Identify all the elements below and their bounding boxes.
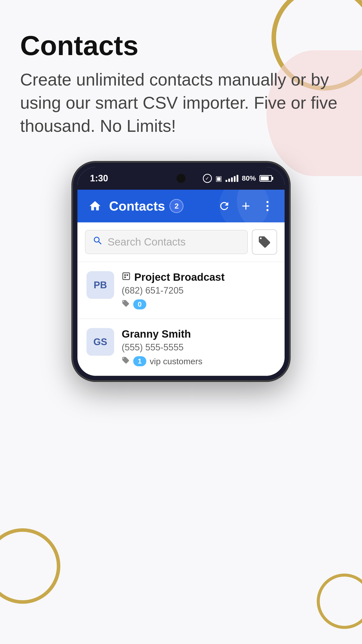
- bg-circle-bottom-left: [0, 528, 60, 604]
- contact-avatar: PB: [86, 271, 114, 299]
- tag-label: vip customers: [150, 356, 203, 366]
- contact-avatar: GS: [86, 328, 114, 356]
- status-time: 1:30: [90, 173, 108, 184]
- search-input[interactable]: Search Contacts: [85, 230, 248, 254]
- contact-name-row: Project Broadcast: [122, 271, 276, 283]
- contact-type-icon: [122, 272, 131, 283]
- svg-point-1: [266, 205, 268, 207]
- sim-icon: ▣: [215, 174, 222, 183]
- svg-point-2: [266, 209, 268, 211]
- svg-rect-3: [123, 273, 130, 279]
- contact-phone: (555) 555-5555: [122, 342, 276, 353]
- header-title-group: Contacts 2: [109, 198, 184, 214]
- add-button[interactable]: [239, 199, 253, 213]
- battery-percent: 80%: [242, 174, 256, 182]
- contact-tags: 1 vip customers: [122, 356, 276, 366]
- status-icons: ✓ ▣ 80%: [203, 174, 272, 183]
- search-icon: [93, 235, 103, 249]
- contact-list: PB Project Broadcast: [77, 262, 285, 376]
- contact-name-row: Granny Smith: [122, 328, 276, 340]
- contact-info: Project Broadcast (682) 651-7205 0: [122, 271, 276, 309]
- phone-screen: 1:30 ✓ ▣ 80%: [77, 167, 285, 376]
- home-icon[interactable]: [87, 198, 103, 214]
- contact-tags: 0: [122, 299, 276, 309]
- svg-point-0: [266, 201, 268, 203]
- tag-count: 1: [133, 356, 146, 366]
- status-bar: 1:30 ✓ ▣ 80%: [77, 167, 285, 190]
- header-left: Contacts 2: [87, 198, 184, 214]
- camera-notch: [176, 174, 186, 183]
- page-title: Contacts: [20, 30, 342, 61]
- tag-filter-button[interactable]: [252, 229, 277, 255]
- contact-item[interactable]: PB Project Broadcast: [77, 262, 285, 319]
- contact-item[interactable]: GS Granny Smith (555) 555-5555: [77, 319, 285, 376]
- check-icon: ✓: [203, 174, 212, 183]
- contact-info: Granny Smith (555) 555-5555 1 vip custom…: [122, 328, 276, 366]
- tag-count: 0: [133, 299, 146, 309]
- svg-rect-4: [124, 274, 126, 276]
- contact-name: Granny Smith: [122, 328, 191, 340]
- tag-icon: [122, 356, 130, 366]
- contact-phone: (682) 651-7205: [122, 285, 276, 296]
- tag-icon: [122, 299, 130, 309]
- refresh-button[interactable]: [217, 199, 231, 213]
- contacts-badge: 2: [169, 199, 184, 213]
- app-header: Contacts 2: [77, 190, 285, 222]
- signal-icon: [225, 175, 238, 182]
- page-description: Create unlimited contacts manually or by…: [20, 68, 342, 137]
- svg-rect-6: [124, 276, 126, 278]
- search-area: Search Contacts: [77, 222, 285, 262]
- phone-mockup: 1:30 ✓ ▣ 80%: [73, 163, 289, 380]
- header-right: [217, 199, 275, 213]
- header-title: Contacts: [109, 198, 165, 214]
- more-button[interactable]: [260, 199, 275, 213]
- search-placeholder: Search Contacts: [108, 236, 186, 248]
- battery-icon: [259, 175, 272, 182]
- bg-circle-bottom-right: [317, 574, 362, 629]
- svg-rect-5: [127, 274, 128, 276]
- contact-name: Project Broadcast: [134, 271, 224, 283]
